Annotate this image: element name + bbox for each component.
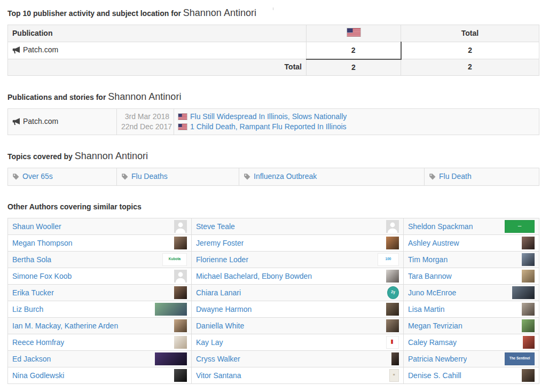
author-link[interactable]: Caley Ramsay xyxy=(408,338,457,347)
author-photo xyxy=(523,336,535,349)
author-photo xyxy=(522,270,535,283)
author-cell: Florienne Loder100 xyxy=(192,251,404,268)
author-cell: Shaun Wooller xyxy=(8,218,192,234)
topic-link[interactable]: Over 65s xyxy=(22,172,53,181)
story-line: Flu Still Widespread In Illinois, Slows … xyxy=(178,112,535,122)
author-link[interactable]: Jeremy Foster xyxy=(196,239,244,247)
author-link[interactable]: Cryss Walker xyxy=(196,355,240,363)
publication-column-header: Publication xyxy=(8,25,307,42)
author-photo xyxy=(512,286,535,299)
tag-icon xyxy=(121,173,128,182)
publication-cell: Patch.com xyxy=(8,108,117,135)
author-link[interactable]: Vitor Santana xyxy=(196,371,241,380)
us-flag-icon xyxy=(178,114,187,120)
author-logo: ▋ xyxy=(386,336,399,349)
author-photo xyxy=(155,352,187,365)
author-link[interactable]: Bertha Sola xyxy=(12,255,51,264)
publisher-activity-title: Top 10 publisher activity and subject lo… xyxy=(7,7,542,19)
publications-stories-title: Publications and stories for Shannon Ant… xyxy=(7,91,542,103)
author-row: Erika TuckerChiara LanariZyJuno McEnroe xyxy=(8,284,539,301)
author-row: Liz BurchDwayne HarmonLisa Martin xyxy=(8,301,539,317)
author-link[interactable]: Patricia Newberry xyxy=(408,355,467,363)
author-link[interactable]: Erika Tucker xyxy=(12,288,54,297)
total-total-count-cell[interactable]: 2 xyxy=(401,59,539,76)
other-authors-table: Shaun WoollerSteve TealeSheldon Spackman… xyxy=(7,218,539,384)
profile-report-page: Top 10 publisher activity and subject lo… xyxy=(0,7,549,384)
author-link[interactable]: Megan Thompson xyxy=(12,239,73,247)
topic-cell: Flu Deaths xyxy=(117,168,239,185)
author-logo: Kubota xyxy=(162,253,187,266)
other-authors-title: Other Authors covering similar topics xyxy=(7,201,542,212)
tag-icon xyxy=(429,173,436,182)
author-link[interactable]: Denise S. Cahill xyxy=(408,371,461,380)
author-link[interactable]: Lisa Martin xyxy=(408,305,444,313)
author-photo xyxy=(386,303,399,316)
tag-icon xyxy=(12,173,19,182)
us-flag-icon xyxy=(347,29,360,38)
author-row: Ian M. Mackay, Katherine ArdenDaniella W… xyxy=(8,317,539,334)
subject-name: Shannon Antinori xyxy=(183,7,256,18)
author-cell: Caley Ramsay xyxy=(404,334,539,350)
topic-link[interactable]: Influenza Outbreak xyxy=(254,172,317,181)
topic-link[interactable]: Flu Death xyxy=(439,172,472,181)
author-link[interactable]: Dwayne Harmon xyxy=(196,305,252,313)
total-column-header: Total xyxy=(401,25,539,42)
author-link[interactable]: Nina Godlewski xyxy=(12,371,64,380)
author-logo: 100 xyxy=(378,253,399,266)
topics-title-prefix: Topics covered by xyxy=(7,152,73,161)
author-link[interactable]: Ian M. Mackay, Katherine Arden xyxy=(12,322,118,330)
author-cell: Chiara LanariZy xyxy=(192,284,404,301)
author-link[interactable]: Simone Fox Koob xyxy=(12,272,72,280)
author-link[interactable]: Tara Bannow xyxy=(408,272,452,280)
author-link[interactable]: Reece Homfray xyxy=(12,338,64,347)
author-link[interactable]: Juno McEnroe xyxy=(408,288,456,297)
author-cell: Reece Homfray xyxy=(8,334,192,350)
topic-cell: Flu Death xyxy=(425,168,539,185)
author-cell: Nina Godlewski xyxy=(8,367,192,383)
author-link[interactable]: Florienne Loder xyxy=(196,255,248,264)
author-link[interactable]: Sheldon Spackman xyxy=(408,222,473,231)
publisher-activity-title-prefix: Top 10 publisher activity and subject lo… xyxy=(7,9,181,18)
story-link[interactable]: 1 Child Death, Rampant Flu Reported In I… xyxy=(190,122,347,131)
author-link[interactable]: Tim Morgan xyxy=(408,255,448,264)
total-count-cell[interactable]: 2 xyxy=(401,42,539,59)
topic-link[interactable]: Flu Deaths xyxy=(131,172,168,181)
author-link[interactable]: Daniella White xyxy=(196,322,244,330)
author-link[interactable]: Megan Tevrizian xyxy=(408,322,462,330)
author-photo xyxy=(174,369,187,382)
topics-title: Topics covered by Shannon Antinori xyxy=(7,151,542,162)
author-link[interactable]: Ashley Austrew xyxy=(408,239,459,247)
author-logo: The Sentinel xyxy=(505,352,535,365)
author-link[interactable]: Michael Bachelard, Ebony Bowden xyxy=(196,272,312,280)
publications-stories-title-prefix: Publications and stories for xyxy=(7,93,106,101)
author-cell: Bertha SolaKubota xyxy=(8,251,192,268)
author-cell: Sheldon Spackman— xyxy=(404,218,539,234)
author-cell: Cryss Walker xyxy=(192,350,404,367)
author-cell: Daniella White xyxy=(192,317,404,334)
author-link[interactable]: Ed Jackson xyxy=(12,355,51,363)
person-placeholder-icon xyxy=(174,220,187,233)
topic-cell: Over 65s xyxy=(8,168,117,185)
author-cell: Lisa Martin xyxy=(404,301,539,317)
total-row-label: Total xyxy=(8,59,307,76)
author-cell: Dwayne Harmon xyxy=(192,301,404,317)
megaphone-icon xyxy=(12,46,20,56)
author-link[interactable]: Chiara Lanari xyxy=(196,288,241,297)
us-count-cell[interactable]: 2 xyxy=(307,42,401,59)
publisher-activity-total-row: Total 2 2 xyxy=(8,59,539,76)
total-us-count-cell[interactable]: 2 xyxy=(307,59,401,76)
author-row: Ed JacksonCryss WalkerPatricia NewberryT… xyxy=(8,350,539,367)
author-link[interactable]: Shaun Wooller xyxy=(12,222,61,231)
author-cell: Liz Burch xyxy=(8,301,192,317)
author-row: Reece HomfrayKay Lay▋Caley Ramsay xyxy=(8,334,539,350)
author-row: Megan ThompsonJeremy FosterAshley Austre… xyxy=(8,234,539,251)
author-cell: Steve Teale xyxy=(192,218,404,234)
author-photo xyxy=(174,319,187,332)
author-cell: Ashley Austrew xyxy=(404,234,539,251)
author-logo: — xyxy=(505,220,535,233)
author-link[interactable]: Kay Lay xyxy=(196,338,223,347)
author-link[interactable]: Liz Burch xyxy=(12,305,43,313)
author-link[interactable]: Steve Teale xyxy=(196,222,235,231)
story-link[interactable]: Flu Still Widespread In Illinois, Slows … xyxy=(190,112,347,121)
author-row: Simone Fox KoobMichael Bachelard, Ebony … xyxy=(8,268,539,284)
